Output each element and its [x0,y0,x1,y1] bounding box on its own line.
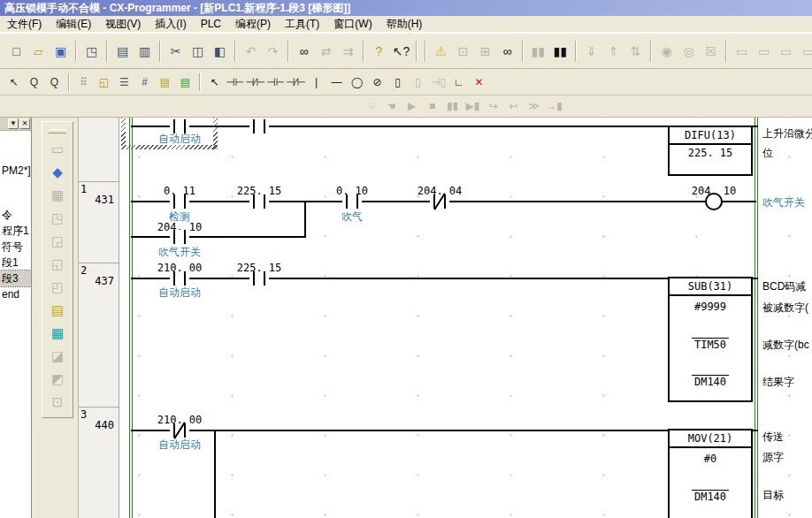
contact-auto-start[interactable] [170,271,189,286]
symbol-display-icon[interactable]: ▤ [155,72,175,92]
new-or-closed-contact-icon[interactable]: ⊣∕⊢ [286,72,306,92]
instruction-detail-icon[interactable]: ▯ [408,72,428,92]
io-table-icon[interactable]: ▦ [46,322,69,345]
contact-blow-switch[interactable] [170,230,189,244]
step-run-icon[interactable]: ▶▮ [463,97,483,115]
redo-icon[interactable]: ↷ [262,41,284,62]
download-to-plc-icon[interactable]: ⇓ [580,41,602,62]
tree-item-instructions[interactable]: 令 [0,207,31,223]
watch-window-icon[interactable]: ▭ [46,138,69,161]
workspace-dropdown-button[interactable]: ▼ [8,118,19,129]
new-contact-icon[interactable]: ⊣⊢ [225,72,245,92]
contact-detect[interactable] [170,194,189,209]
paste-icon[interactable]: ◧ [209,41,231,62]
monitor-pause-icon[interactable]: ▮▮ [442,97,463,115]
select-tool-icon[interactable]: ↖ [204,72,225,92]
menu-program[interactable]: 编程(P) [228,16,278,32]
force-cancel-icon[interactable]: ☒ [700,41,722,62]
io-window-1-icon[interactable]: ▭ [731,41,753,62]
zoom-in-icon[interactable]: Q [24,72,44,92]
instruction-box-difu[interactable]: DIFU(13) 225. 15 [668,126,753,176]
tree-item-plc[interactable]: PM2*] 离 [0,163,31,179]
context-help-icon[interactable]: ↖? [390,41,412,62]
step-into-icon[interactable]: ↪ [483,97,503,115]
new-closed-coil-icon[interactable]: ⊘ [367,72,387,92]
menu-plc[interactable]: PLC [194,16,228,32]
cut-icon[interactable]: ✂ [165,41,187,62]
menu-edit[interactable]: 编辑(E) [49,16,98,32]
section-display-icon[interactable]: ▤ [175,72,195,92]
work-online-icon[interactable]: ⊡ [452,41,474,62]
new-instruction-icon[interactable]: ▯ [387,72,408,92]
comment-toggle-icon[interactable]: ◱ [94,72,114,92]
tree-item-program[interactable]: 程序1 [0,223,31,239]
io-window-3-icon[interactable]: ▭ [775,41,797,62]
menu-file[interactable]: 文件(F) [0,16,49,32]
monitor-stop-icon[interactable]: ■ [422,97,442,115]
contact[interactable] [249,119,269,133]
save-icon[interactable]: ▣ [50,41,72,62]
tree-item-end[interactable]: end [0,286,31,302]
new-coil-icon[interactable]: ◯ [347,72,367,92]
continuous-step-icon[interactable]: ≫ [524,97,544,115]
tree-item-section1[interactable]: 段1 [0,255,31,270]
undo-icon[interactable]: ↶ [240,41,262,62]
address-reference-icon[interactable]: ▦ [46,184,69,207]
grid-toggle-icon[interactable]: ⠿ [73,72,94,92]
tree-item-symbols[interactable]: 符号 [0,239,31,255]
hand-drag-icon[interactable]: ☜ [361,97,381,115]
run-to-end-icon[interactable]: →▮ [544,97,564,115]
check-sheet2-icon[interactable]: ◩ [46,368,69,391]
ladder-canvas[interactable]: 自动启动 DIFU(13) 225. 15 上升沿微分 位 0. 11 检测 2… [119,118,812,518]
step-over-icon[interactable]: ↩ [503,97,524,115]
line-delete-icon[interactable]: ✕ [469,72,489,92]
find-error-icon[interactable]: ∞ [496,41,518,62]
watch-sheet4-icon[interactable]: ◰ [46,276,69,299]
instruction-box-mov[interactable]: MOV(21) #0 DM140 [668,429,753,518]
replace-icon[interactable]: ⇄ [315,41,337,62]
contact[interactable] [249,271,269,286]
force-on-icon[interactable]: ◉ [655,41,678,62]
closed-contact-auto-start[interactable] [170,423,189,438]
hand-point-icon[interactable]: ☚ [381,97,402,115]
view-page-icon[interactable]: ◳ [80,41,103,62]
inverted-instruction-icon[interactable]: ⊣▯ [428,72,448,92]
upload-from-plc-icon[interactable]: ⇑ [602,41,624,62]
pause-monitor-icon[interactable]: ▮▮ [527,41,549,62]
menu-view[interactable]: 视图(V) [98,16,148,32]
new-file-icon[interactable]: □ [5,41,27,62]
output-coil[interactable] [705,193,723,210]
monitor-mode-icon[interactable]: ⊞ [474,41,496,62]
io-window-4-icon[interactable]: ▭ [797,41,812,62]
workspace-close-button[interactable]: ✕ [19,118,30,129]
line-connect-icon[interactable]: ∟ [448,72,469,92]
rung-annotation-icon[interactable]: ☰ [114,72,134,92]
check-sheet1-icon[interactable]: ◪ [46,345,69,368]
copy-icon[interactable]: ◫ [187,41,209,62]
pause-icon[interactable]: ▮▮ [549,41,571,62]
horizontal-line-icon[interactable]: — [326,72,347,92]
find-icon[interactable]: ∞ [293,41,315,62]
menu-tools[interactable]: 工具(T) [278,16,326,32]
closed-contact[interactable] [430,194,449,209]
new-or-contact-icon[interactable]: ⊣⊢ [265,72,286,92]
retrace-icon[interactable]: ⇉ [337,41,359,62]
print-icon[interactable]: ▤ [111,41,134,62]
menu-insert[interactable]: 插入(I) [148,16,193,32]
open-file-icon[interactable]: ▱ [27,41,50,62]
compare-with-plc-icon[interactable]: ⇅ [624,41,647,62]
monitor-run-icon[interactable]: ▶ [402,97,422,115]
force-off-icon[interactable]: ◎ [678,41,700,62]
menu-help[interactable]: 帮助(H) [379,16,430,32]
pan-mode-icon[interactable]: ↖ [4,72,24,92]
tree-item-section3[interactable]: 段3 [0,270,31,286]
io-window-2-icon[interactable]: ▭ [753,41,775,62]
watch-sheet3-icon[interactable]: ◱ [46,253,69,276]
contact[interactable] [249,194,269,209]
contact-blow[interactable] [342,194,362,209]
symbol-table-icon[interactable]: ▤ [46,299,69,322]
new-closed-contact-icon[interactable]: ⊣∕⊢ [245,72,265,92]
help-icon[interactable]: ? [368,41,390,62]
print-preview-icon[interactable]: ▥ [134,41,156,62]
check-sheet3-icon[interactable]: ⊡ [46,391,69,414]
